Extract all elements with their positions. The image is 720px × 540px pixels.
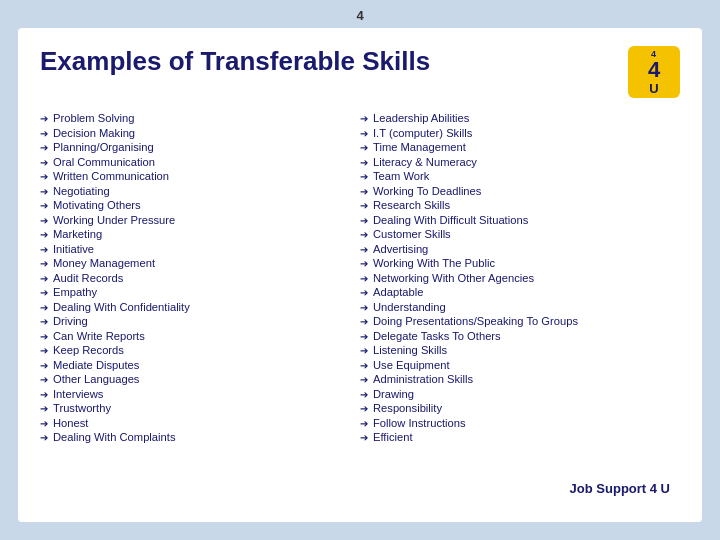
arrow-icon: ➔ <box>360 345 368 356</box>
arrow-icon: ➔ <box>360 142 368 153</box>
list-item: ➔Use Equipment <box>360 359 670 371</box>
arrow-icon: ➔ <box>360 229 368 240</box>
list-item: ➔Working With The Public <box>360 257 670 269</box>
arrow-icon: ➔ <box>40 113 48 124</box>
list-item: ➔Adaptable <box>360 286 670 298</box>
list-item: ➔Delegate Tasks To Others <box>360 330 670 342</box>
list-item: ➔Customer Skills <box>360 228 670 240</box>
list-item: ➔Keep Records <box>40 344 350 356</box>
left-column: ➔Problem Solving➔Decision Making➔Plannin… <box>40 112 360 446</box>
arrow-icon: ➔ <box>360 403 368 414</box>
list-item: ➔Dealing With Confidentiality <box>40 301 350 313</box>
arrow-icon: ➔ <box>40 418 48 429</box>
arrow-icon: ➔ <box>40 258 48 269</box>
list-item: ➔Doing Presentations/Speaking To Groups <box>360 315 670 327</box>
arrow-icon: ➔ <box>40 287 48 298</box>
list-item: ➔Team Work <box>360 170 670 182</box>
list-item: ➔Marketing <box>40 228 350 240</box>
list-item: ➔Networking With Other Agencies <box>360 272 670 284</box>
arrow-icon: ➔ <box>360 258 368 269</box>
arrow-icon: ➔ <box>40 316 48 327</box>
arrow-icon: ➔ <box>360 287 368 298</box>
arrow-icon: ➔ <box>40 157 48 168</box>
arrow-icon: ➔ <box>40 128 48 139</box>
list-item: ➔Time Management <box>360 141 670 153</box>
page-number: 4 <box>356 8 363 23</box>
list-item: ➔Negotiating <box>40 185 350 197</box>
arrow-icon: ➔ <box>40 403 48 414</box>
list-item: ➔Responsibility <box>360 402 670 414</box>
logo-badge: 4 4 U <box>628 46 680 98</box>
list-item: ➔Problem Solving <box>40 112 350 124</box>
arrow-icon: ➔ <box>360 273 368 284</box>
arrow-icon: ➔ <box>360 360 368 371</box>
list-item: ➔Money Management <box>40 257 350 269</box>
arrow-icon: ➔ <box>40 229 48 240</box>
arrow-icon: ➔ <box>40 389 48 400</box>
arrow-icon: ➔ <box>40 200 48 211</box>
arrow-icon: ➔ <box>360 418 368 429</box>
arrow-icon: ➔ <box>360 215 368 226</box>
list-item: ➔Drawing <box>360 388 670 400</box>
main-card: Examples of Transferable Skills 4 4 U ➔P… <box>18 28 702 522</box>
list-item: ➔Oral Communication <box>40 156 350 168</box>
list-item: ➔Initiative <box>40 243 350 255</box>
list-item: ➔Efficient <box>360 431 670 443</box>
list-item: ➔Mediate Disputes <box>40 359 350 371</box>
list-item: ➔Working To Deadlines <box>360 185 670 197</box>
list-item: ➔Empathy <box>40 286 350 298</box>
list-item: ➔Literacy & Numeracy <box>360 156 670 168</box>
arrow-icon: ➔ <box>40 171 48 182</box>
list-item: ➔Driving <box>40 315 350 327</box>
arrow-icon: ➔ <box>40 432 48 443</box>
list-item: ➔Trustworthy <box>40 402 350 414</box>
list-item: ➔Leadership Abilities <box>360 112 670 124</box>
list-item: ➔Dealing With Complaints <box>40 431 350 443</box>
list-item: ➔Honest <box>40 417 350 429</box>
arrow-icon: ➔ <box>360 171 368 182</box>
footer-text: Job Support 4 U <box>570 481 670 496</box>
list-item: ➔Can Write Reports <box>40 330 350 342</box>
list-item: ➔Audit Records <box>40 272 350 284</box>
arrow-icon: ➔ <box>360 186 368 197</box>
list-item: ➔Other Languages <box>40 373 350 385</box>
arrow-icon: ➔ <box>40 345 48 356</box>
page-title: Examples of Transferable Skills <box>40 46 430 77</box>
list-item: ➔Written Communication <box>40 170 350 182</box>
list-item: ➔Research Skills <box>360 199 670 211</box>
list-item: ➔Planning/Organising <box>40 141 350 153</box>
list-item: ➔Follow Instructions <box>360 417 670 429</box>
list-item: ➔Interviews <box>40 388 350 400</box>
arrow-icon: ➔ <box>40 331 48 342</box>
arrow-icon: ➔ <box>40 302 48 313</box>
arrow-icon: ➔ <box>360 316 368 327</box>
list-item: ➔Motivating Others <box>40 199 350 211</box>
arrow-icon: ➔ <box>40 215 48 226</box>
list-item: ➔Decision Making <box>40 127 350 139</box>
list-item: ➔Understanding <box>360 301 670 313</box>
arrow-icon: ➔ <box>360 302 368 313</box>
list-item: ➔I.T (computer) Skills <box>360 127 670 139</box>
arrow-icon: ➔ <box>360 128 368 139</box>
arrow-icon: ➔ <box>360 157 368 168</box>
list-item: ➔Working Under Pressure <box>40 214 350 226</box>
list-item: ➔Advertising <box>360 243 670 255</box>
arrow-icon: ➔ <box>40 273 48 284</box>
right-column: ➔Leadership Abilities➔I.T (computer) Ski… <box>360 112 680 446</box>
arrow-icon: ➔ <box>40 142 48 153</box>
arrow-icon: ➔ <box>360 374 368 385</box>
arrow-icon: ➔ <box>40 374 48 385</box>
list-item: ➔Dealing With Difficult Situations <box>360 214 670 226</box>
arrow-icon: ➔ <box>360 244 368 255</box>
arrow-icon: ➔ <box>360 331 368 342</box>
arrow-icon: ➔ <box>360 389 368 400</box>
list-item: ➔Administration Skills <box>360 373 670 385</box>
arrow-icon: ➔ <box>40 186 48 197</box>
arrow-icon: ➔ <box>360 432 368 443</box>
arrow-icon: ➔ <box>40 244 48 255</box>
arrow-icon: ➔ <box>360 113 368 124</box>
arrow-icon: ➔ <box>40 360 48 371</box>
list-item: ➔Listening Skills <box>360 344 670 356</box>
arrow-icon: ➔ <box>360 200 368 211</box>
